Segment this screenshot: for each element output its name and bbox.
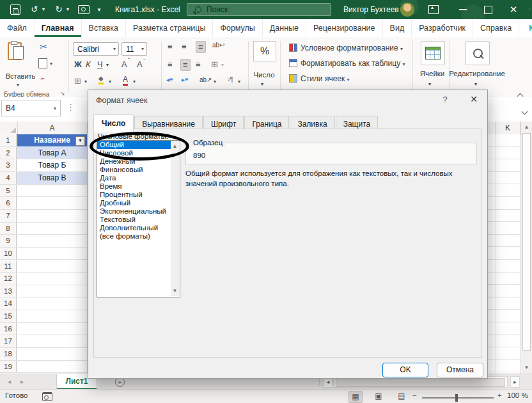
undo-chevron-icon[interactable]: ▾: [40, 0, 47, 19]
number-chevron-icon[interactable]: ▾: [261, 82, 263, 87]
category-item-6[interactable]: Процентный: [97, 191, 171, 199]
view-page-layout-icon[interactable]: ▣: [372, 391, 385, 402]
align-right-icon[interactable]: ≡: [196, 60, 201, 68]
zoom-in-icon[interactable]: +: [497, 391, 502, 399]
dialog-close-icon[interactable]: ✕: [468, 94, 480, 104]
row-header-4[interactable]: 4: [0, 172, 17, 185]
avatar[interactable]: [400, 3, 414, 17]
row-header-6[interactable]: 6: [0, 197, 17, 210]
ribbon-tab-1[interactable]: Главная: [35, 19, 82, 37]
save-icon[interactable]: [10, 4, 20, 15]
ribbon-tab-6[interactable]: Рецензирование: [306, 19, 383, 37]
name-box[interactable]: B4 ▾: [1, 100, 61, 116]
cancel-button[interactable]: Отмена: [437, 363, 483, 377]
scroll-up-icon[interactable]: ▲: [521, 122, 532, 132]
cell-styles-button[interactable]: Стили ячеек ▾: [289, 74, 350, 83]
search-box[interactable]: Поиск: [187, 3, 331, 16]
paste-icon[interactable]: [8, 41, 24, 60]
cell-a1[interactable]: Название▼: [17, 134, 88, 147]
font-color-chevron-icon[interactable]: ▾: [133, 79, 136, 84]
align-center-icon[interactable]: ≡: [180, 59, 191, 71]
hscroll-right-icon[interactable]: ▸: [510, 376, 520, 388]
row-header-5[interactable]: 5: [0, 185, 17, 198]
row-header-10[interactable]: 10: [0, 248, 17, 260]
row-header-18[interactable]: 18: [0, 348, 17, 361]
cut-icon[interactable]: ✂: [40, 42, 47, 51]
row-header-1[interactable]: 1: [0, 134, 17, 147]
editing-chevron-icon[interactable]: ▾: [474, 82, 477, 87]
align-left-icon[interactable]: ≡: [168, 60, 173, 68]
cell-a2[interactable]: Товар А: [17, 147, 88, 160]
text-direction-icon[interactable]: ›¶: [228, 77, 233, 83]
fill-color-icon[interactable]: ◆: [98, 75, 104, 84]
number-group-button[interactable]: Число: [251, 72, 278, 79]
view-page-break-icon[interactable]: ▤: [395, 391, 408, 402]
ribbon-tab-5[interactable]: Данные: [263, 19, 306, 37]
tab-overflow-chevron[interactable]: ›: [528, 0, 531, 18]
paste-button[interactable]: Вставить: [4, 73, 37, 80]
cells-button[interactable]: [421, 41, 445, 65]
row-header-14[interactable]: 14: [0, 297, 17, 310]
row-header-7[interactable]: 7: [0, 210, 17, 223]
redo-chevron-icon[interactable]: ▾: [65, 0, 71, 19]
grow-font-button[interactable]: А: [121, 60, 127, 68]
ribbon-tab-8[interactable]: Разработчик: [412, 19, 473, 37]
cell-a10[interactable]: [17, 248, 88, 260]
horizontal-scroll-thumb[interactable]: [336, 378, 505, 387]
borders-chevron-icon[interactable]: ▾: [84, 79, 87, 84]
font-name-combo[interactable]: Calibri ▾: [73, 42, 119, 56]
filter-dropdown-icon[interactable]: ▼: [75, 136, 85, 146]
cell-a18[interactable]: [17, 348, 88, 361]
row-header-19[interactable]: 19: [0, 361, 17, 374]
zoom-out-icon[interactable]: −: [412, 391, 417, 399]
close-icon[interactable]: ✕: [508, 4, 519, 15]
editing-button[interactable]: [465, 41, 490, 65]
column-header-k[interactable]: K: [496, 122, 520, 134]
borders-icon[interactable]: ⊞: [74, 77, 81, 85]
category-scroll-down-icon[interactable]: ▼: [171, 286, 179, 296]
row-header-16[interactable]: 16: [0, 323, 17, 336]
font-color-icon[interactable]: А: [123, 75, 128, 86]
category-item-5[interactable]: Время: [97, 182, 171, 191]
cell-a5[interactable]: [17, 185, 88, 198]
right-grid-cells[interactable]: [488, 134, 520, 374]
number-format-icon[interactable]: %: [253, 41, 276, 61]
qat-customize-icon[interactable]: ▾: [95, 0, 104, 19]
category-item-3[interactable]: Финансовый: [97, 166, 171, 174]
fill-color-chevron-icon[interactable]: ▾: [109, 79, 111, 84]
dialog-tab-0[interactable]: Число: [93, 115, 134, 132]
category-item-10[interactable]: Дополнительный: [97, 224, 171, 232]
formula-bar-expand-icon[interactable]: [522, 105, 527, 116]
orientation-icon[interactable]: ab↗: [199, 77, 212, 83]
orientation-chevron-icon[interactable]: ▾: [214, 79, 216, 84]
cell-a11[interactable]: [17, 260, 88, 273]
underline-button[interactable]: Ч: [97, 60, 103, 68]
cell-a9[interactable]: [17, 235, 88, 248]
column-header-j-sliver[interactable]: [488, 122, 496, 134]
scroll-down-icon[interactable]: ▼: [521, 363, 532, 373]
cell-a4[interactable]: Товар В: [17, 172, 88, 185]
cell-a12[interactable]: [17, 273, 88, 285]
camera-icon[interactable]: [78, 5, 90, 14]
shrink-font-button[interactable]: А: [137, 60, 143, 68]
ribbon-tab-10[interactable]: Конструктор: [522, 19, 532, 37]
zoom-slider-handle[interactable]: [455, 394, 458, 402]
clipboard-dialog-launcher-icon[interactable]: ↘: [60, 91, 65, 97]
row-header-15[interactable]: 15: [0, 310, 17, 323]
conditional-formatting-button[interactable]: Условное форматирование ▾: [289, 43, 403, 52]
underline-chevron-icon[interactable]: ▾: [106, 63, 109, 68]
row-header-11[interactable]: 11: [0, 260, 17, 273]
sheet-nav-prev-icon[interactable]: ◂: [8, 374, 11, 390]
category-scrollbar[interactable]: ▲ ▼: [171, 141, 179, 296]
ok-button[interactable]: OK: [382, 363, 428, 377]
formula-bar-grip-icon[interactable]: ⋮: [66, 102, 75, 112]
collapse-ribbon-icon[interactable]: [518, 90, 522, 101]
category-item-7[interactable]: Дробный: [97, 199, 171, 207]
row-header-8[interactable]: 8: [0, 223, 17, 235]
redo-icon[interactable]: ↻: [54, 0, 64, 19]
cell-a16[interactable]: [17, 323, 88, 336]
zoom-slider-track[interactable]: [422, 397, 494, 399]
row-header-9[interactable]: 9: [0, 235, 17, 248]
column-header-a[interactable]: A: [17, 122, 88, 134]
row-header-2[interactable]: 2: [0, 147, 17, 160]
